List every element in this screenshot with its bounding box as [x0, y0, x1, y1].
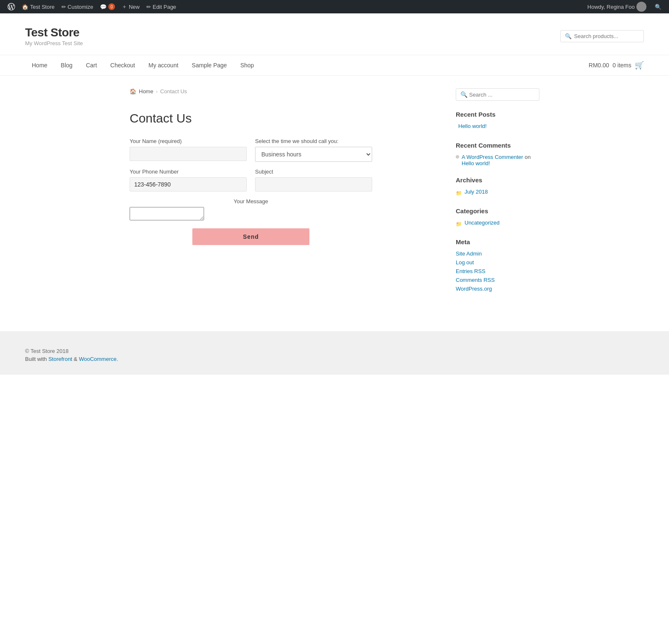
sidebar-archives: Archives 📁 July 2018 — [456, 176, 539, 197]
site-icon: 🏠 — [22, 4, 28, 10]
sidebar: 🔍 Recent Posts Hello world! Recent Comme… — [456, 88, 539, 302]
meta-entries-rss[interactable]: Entries RSS — [456, 268, 539, 274]
archives-heading: Archives — [456, 176, 539, 184]
form-row-2: Your Phone Number Subject — [130, 169, 372, 192]
admin-bar-site[interactable]: 🏠 Test Store — [18, 0, 58, 13]
admin-bar-comments[interactable]: 💬 0 — [97, 0, 118, 13]
sidebar-search-icon: 🔍 — [460, 91, 467, 98]
cart-icon: 🛒 — [635, 61, 644, 70]
user-avatar — [636, 2, 646, 12]
meta-heading: Meta — [456, 238, 539, 245]
search-icon: 🔍 — [655, 4, 661, 10]
site-header: Test Store My WordPress Test Site 🔍 — [0, 13, 669, 55]
nav-home[interactable]: Home — [25, 55, 54, 75]
meta-log-out[interactable]: Log out — [456, 259, 539, 266]
site-footer: © Test Store 2018 Built with Storefront … — [0, 331, 669, 375]
page-title: Contact Us — [130, 111, 439, 125]
time-label: Select the time we should call you: — [255, 138, 372, 144]
content-area: 🏠 Home › Contact Us Contact Us Your Name… — [130, 88, 439, 302]
message-label: Your Message — [130, 198, 372, 204]
subject-group: Subject — [255, 169, 372, 192]
sidebar-search-input[interactable] — [469, 92, 535, 98]
edit-icon: ✏ — [146, 4, 151, 10]
name-group: Your Name (required) — [130, 138, 247, 162]
breadcrumb-home[interactable]: Home — [139, 88, 153, 95]
send-button[interactable]: Send — [192, 228, 309, 245]
meta-comments-rss[interactable]: Comments RSS — [456, 277, 539, 283]
meta-site-admin[interactable]: Site Admin — [456, 250, 539, 257]
admin-bar-search[interactable]: 🔍 — [651, 0, 665, 13]
admin-bar-howdy[interactable]: Howdy, Regina Foo — [584, 0, 650, 13]
name-label: Your Name (required) — [130, 138, 247, 144]
nav-my-account[interactable]: My account — [142, 55, 185, 75]
admin-bar: 🏠 Test Store ✏ Customize 💬 0 ＋ New ✏ Edi… — [0, 0, 669, 13]
nav-links: Home Blog Cart Checkout My account Sampl… — [25, 55, 260, 75]
list-item: 📁 Uncategorized — [456, 220, 539, 228]
customize-icon: ✏ — [61, 4, 66, 10]
footer-built-with: Built with Storefront & WooCommerce. — [25, 356, 644, 362]
site-branding: Test Store My WordPress Test Site — [25, 26, 83, 46]
comment-dot-icon — [456, 155, 459, 158]
phone-label: Your Phone Number — [130, 169, 247, 175]
header-search-input[interactable] — [574, 33, 639, 39]
home-icon: 🏠 — [130, 88, 136, 95]
sidebar-meta: Meta Site Admin Log out Entries RSS Comm… — [456, 238, 539, 292]
form-row-1: Your Name (required) Select the time we … — [130, 138, 372, 162]
sidebar-recent-comments: Recent Comments A WordPress Commenter on… — [456, 142, 539, 166]
recent-posts-heading: Recent Posts — [456, 111, 539, 118]
comment-post-link[interactable]: Hello world! — [462, 160, 490, 166]
woocommerce-link[interactable]: WooCommerce — [79, 356, 117, 362]
nav-blog[interactable]: Blog — [54, 55, 79, 75]
category-icon: 📁 — [456, 221, 462, 227]
header-search-box[interactable]: 🔍 — [560, 30, 644, 42]
categories-heading: Categories — [456, 207, 539, 215]
nav-sample-page[interactable]: Sample Page — [185, 55, 234, 75]
storefront-link[interactable]: Storefront — [49, 356, 72, 362]
recent-comments-heading: Recent Comments — [456, 142, 539, 149]
archive-july-2018[interactable]: July 2018 — [465, 189, 488, 195]
commenter-link[interactable]: A WordPress Commenter — [462, 154, 523, 160]
folder-icon: 📁 — [456, 190, 462, 196]
category-uncategorized[interactable]: Uncategorized — [465, 220, 500, 226]
recent-post-hello-world[interactable]: Hello world! — [458, 123, 487, 129]
cart-amount: RM0.00 — [589, 62, 609, 69]
subject-label: Subject — [255, 169, 372, 175]
nav-cart-widget[interactable]: RM0.00 0 items 🛒 — [589, 61, 644, 70]
cart-items-count: 0 items — [613, 62, 631, 69]
list-item: A WordPress Commenter on Hello world! — [456, 154, 539, 166]
search-icon: 🔍 — [565, 33, 572, 39]
nav-shop[interactable]: Shop — [234, 55, 261, 75]
phone-input[interactable] — [130, 177, 247, 192]
meta-wordpress-org[interactable]: WordPress.org — [456, 286, 539, 292]
breadcrumb-current: Contact Us — [160, 88, 187, 95]
subject-input[interactable] — [255, 177, 372, 192]
message-row: Your Message — [130, 198, 372, 222]
phone-group: Your Phone Number — [130, 169, 247, 192]
message-textarea[interactable] — [130, 207, 204, 220]
contact-form: Your Name (required) Select the time we … — [130, 138, 372, 245]
name-input[interactable] — [130, 147, 247, 161]
time-select[interactable]: Business hours Morning Afternoon Evening — [255, 147, 372, 162]
main-layout: 🏠 Home › Contact Us Contact Us Your Name… — [105, 76, 564, 314]
breadcrumb-separator: › — [156, 88, 158, 95]
admin-bar-new[interactable]: ＋ New — [118, 0, 143, 13]
admin-bar-customize[interactable]: ✏ Customize — [58, 0, 97, 13]
page-wrapper: Test Store My WordPress Test Site 🔍 Home… — [0, 13, 669, 375]
admin-bar-wp-logo[interactable] — [4, 0, 18, 13]
site-title: Test Store — [25, 26, 83, 39]
sidebar-categories: Categories 📁 Uncategorized — [456, 207, 539, 228]
plus-icon: ＋ — [122, 3, 127, 10]
site-tagline: My WordPress Test Site — [25, 40, 83, 46]
list-item: Hello world! — [456, 123, 539, 132]
time-group: Select the time we should call you: Busi… — [255, 138, 372, 162]
nav-cart[interactable]: Cart — [79, 55, 103, 75]
list-item: 📁 July 2018 — [456, 189, 539, 197]
nav-checkout[interactable]: Checkout — [104, 55, 142, 75]
site-nav: Home Blog Cart Checkout My account Sampl… — [0, 55, 669, 76]
admin-bar-edit-page[interactable]: ✏ Edit Page — [143, 0, 179, 13]
comment-on-text: on — [525, 154, 531, 160]
sidebar-search-box[interactable]: 🔍 — [456, 88, 539, 101]
breadcrumb: 🏠 Home › Contact Us — [130, 88, 439, 99]
sidebar-recent-posts: Recent Posts Hello world! — [456, 111, 539, 132]
footer-copyright: © Test Store 2018 — [25, 348, 644, 354]
